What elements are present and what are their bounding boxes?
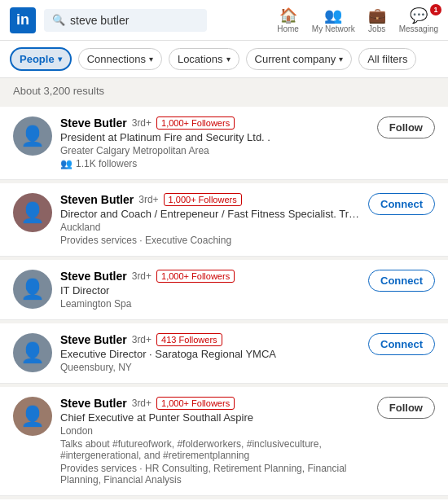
result-name[interactable]: Steve Butler — [60, 333, 127, 346]
result-location: Greater Calgary Metropolitan Area — [60, 145, 369, 156]
jobs-icon: 💼 — [368, 7, 386, 24]
result-card: 👤 Steve Butler 3rd+ 1,000+ Followers Pre… — [0, 107, 448, 180]
results-list: 👤 Steve Butler 3rd+ 1,000+ Followers Pre… — [0, 107, 448, 501]
result-name[interactable]: Steve Butler — [60, 397, 127, 410]
chevron-down-icon: ▾ — [226, 55, 231, 64]
followers-badge: 1,000+ Followers — [164, 193, 242, 206]
result-info: Steve Butler 3rd+ 413 Followers Executiv… — [60, 333, 360, 373]
avatar-icon: 👤 — [20, 278, 45, 301]
result-action: Follow — [377, 116, 435, 138]
result-services: Provides services · Executive Coaching — [60, 235, 360, 246]
filter-all-filters[interactable]: All filters — [358, 48, 416, 70]
nav-network[interactable]: 👥 My Network — [312, 7, 355, 33]
avatar: 👤 — [13, 333, 52, 372]
avatar: 👤 — [13, 193, 52, 232]
result-degree: 3rd+ — [138, 194, 158, 205]
avatar-icon: 👤 — [20, 125, 45, 147]
filter-connections[interactable]: Connections ▾ — [78, 48, 162, 70]
followers-badge: 413 Followers — [156, 333, 222, 346]
network-icon: 👥 — [324, 7, 342, 24]
nav-icons: 🏠 Home 👥 My Network 💼 Jobs 💬 1 Messaging — [277, 7, 438, 33]
action-button-follow[interactable]: Follow — [377, 397, 435, 419]
result-name-line: Steve Butler 3rd+ 1,000+ Followers — [60, 397, 369, 410]
results-count: About 3,200 results — [0, 78, 448, 103]
result-headline: President at Platinum Fire and Security … — [60, 131, 369, 143]
nav-network-label: My Network — [312, 24, 355, 33]
chevron-down-icon: ▾ — [58, 55, 62, 64]
result-name[interactable]: Steven Butler — [60, 193, 134, 206]
result-degree: 3rd+ — [132, 117, 152, 129]
result-name-line: Steve Butler 3rd+ 1,000+ Followers — [60, 116, 369, 130]
linkedin-logo[interactable]: in — [10, 7, 36, 33]
filter-locations[interactable]: Locations ▾ — [169, 48, 239, 70]
result-card: 👤 Steven Butler 3rd+ 1,000+ Followers Di… — [0, 183, 448, 257]
filter-bar: People ▾ Connections ▾ Locations ▾ Curre… — [0, 41, 448, 78]
filter-connections-label: Connections — [87, 53, 146, 65]
followers-badge: 1,000+ Followers — [156, 397, 235, 410]
result-action: Connect — [368, 270, 435, 292]
result-card: 👤 Steve Butler 3rd+ 1,000+ Followers Chi… — [0, 387, 448, 496]
result-action: Connect — [368, 333, 435, 355]
result-info: Steve Butler 3rd+ 1,000+ Followers Chief… — [60, 397, 369, 486]
result-location: Leamington Spa — [60, 298, 360, 310]
nav-messaging-label: Messaging — [399, 24, 438, 33]
filter-locations-label: Locations — [178, 53, 223, 65]
avatar: 👤 — [13, 270, 52, 309]
result-headline: IT Director — [60, 284, 360, 297]
result-location: London — [60, 425, 369, 437]
chevron-down-icon: ▾ — [339, 55, 343, 64]
result-name-line: Steve Butler 3rd+ 413 Followers — [60, 333, 360, 346]
result-degree: 3rd+ — [132, 398, 152, 409]
result-headline: Director and Coach / Entrepeneur / Fast … — [60, 208, 360, 220]
nav-home-label: Home — [277, 24, 299, 33]
result-name-line: Steve Butler 3rd+ 1,000+ Followers — [60, 270, 360, 283]
action-button-follow[interactable]: Follow — [377, 116, 435, 138]
nav-jobs[interactable]: 💼 Jobs — [368, 7, 386, 33]
avatar: 👤 — [13, 397, 52, 436]
avatar: 👤 — [13, 116, 52, 156]
result-action: Connect — [368, 193, 435, 215]
filter-all-filters-label: All filters — [367, 53, 407, 65]
result-location: Queensbury, NY — [60, 362, 360, 373]
action-button-connect[interactable]: Connect — [368, 193, 435, 215]
filter-people[interactable]: People ▾ — [10, 47, 72, 71]
search-bar: 🔍 — [44, 9, 207, 32]
search-icon: 🔍 — [52, 14, 65, 26]
followers-badge: 1,000+ Followers — [156, 116, 235, 130]
messaging-badge: 1 — [430, 4, 441, 15]
avatar-icon: 👤 — [20, 405, 45, 428]
result-talks: Talks about #futureofwork, #folderworker… — [60, 438, 369, 461]
result-card: 👤 Steve Butler 3rd+ 1,000+ Followers IT … — [0, 260, 448, 320]
result-info: Steve Butler 3rd+ 1,000+ Followers IT Di… — [60, 270, 360, 310]
action-button-connect[interactable]: Connect — [368, 333, 435, 355]
result-action: Follow — [377, 397, 435, 419]
result-name-line: Steven Butler 3rd+ 1,000+ Followers — [60, 193, 360, 206]
result-card: 👤 Steve Butler 3rd+ 413 Followers Execut… — [0, 323, 448, 384]
header: in 🔍 🏠 Home 👥 My Network 💼 Jobs 💬 1 Mess… — [0, 0, 448, 41]
action-button-connect[interactable]: Connect — [368, 270, 435, 292]
result-name[interactable]: Steve Butler — [60, 270, 127, 283]
nav-jobs-label: Jobs — [368, 24, 385, 33]
result-headline: Chief Executive at Punter Southall Aspir… — [60, 411, 369, 424]
result-degree: 3rd+ — [132, 334, 152, 345]
result-headline: Executive Director · Saratoga Regional Y… — [60, 348, 360, 360]
filter-current-company[interactable]: Current company ▾ — [246, 48, 353, 70]
home-icon: 🏠 — [279, 7, 297, 24]
followers-badge: 1,000+ Followers — [156, 270, 235, 283]
avatar-icon: 👤 — [20, 201, 45, 224]
messaging-icon: 💬 — [410, 7, 428, 24]
result-location: Auckland — [60, 222, 360, 233]
filter-people-label: People — [20, 53, 55, 65]
result-info: Steve Butler 3rd+ 1,000+ Followers Presi… — [60, 116, 369, 169]
filter-current-company-label: Current company — [255, 53, 336, 65]
result-degree: 3rd+ — [132, 270, 152, 282]
chevron-down-icon: ▾ — [149, 55, 153, 64]
avatar-icon: 👤 — [20, 341, 45, 364]
result-services: Provides services · HR Consulting, Retir… — [60, 463, 369, 486]
nav-home[interactable]: 🏠 Home — [277, 7, 299, 33]
result-name[interactable]: Steve Butler — [60, 116, 127, 130]
result-followers-text: 👥1.1K followers — [60, 158, 369, 169]
result-info: Steven Butler 3rd+ 1,000+ Followers Dire… — [60, 193, 360, 246]
search-input[interactable] — [70, 14, 199, 27]
nav-messaging[interactable]: 💬 1 Messaging — [399, 7, 438, 33]
